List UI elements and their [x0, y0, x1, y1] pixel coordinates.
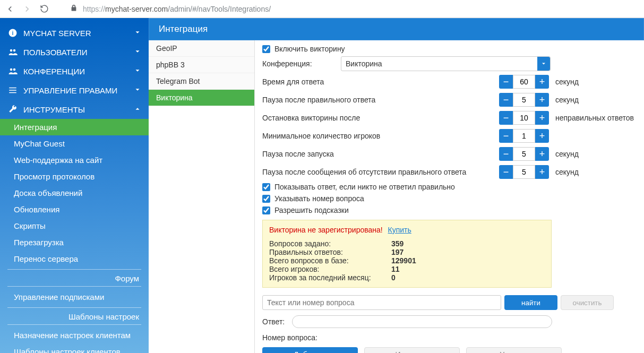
setting-label: Пауза после запуска — [262, 150, 499, 158]
clear-button[interactable]: очистить — [561, 295, 614, 310]
info-box: Викторина не зарегистрирована! Купить Во… — [262, 220, 552, 288]
modify-button[interactable]: Изменить — [364, 347, 460, 353]
sidebar-item[interactable]: Просмотр протоколов — [0, 168, 149, 185]
integration-tab[interactable]: phpBB 3 — [149, 57, 254, 73]
number-control: −+ — [499, 129, 549, 143]
stat-label: Всего вопросов в базе: — [269, 256, 391, 265]
divider — [7, 286, 141, 287]
option-label: Указывать номер вопроса — [274, 194, 364, 203]
number-input[interactable] — [513, 147, 535, 161]
sidebar-section[interactable]: iMYCHAT SERVER — [0, 23, 149, 42]
users-icon — [7, 47, 18, 57]
integration-tab[interactable]: Викторина — [149, 90, 254, 106]
divider — [7, 324, 141, 325]
unit-label: неправильных ответов — [555, 114, 634, 122]
chevron-down-icon — [134, 86, 141, 95]
sidebar-item[interactable]: Перенос сервера — [0, 251, 149, 267]
plus-button[interactable]: + — [535, 75, 549, 89]
sidebar-section[interactable]: УПРАВЛЕНИЕ ПРАВАМИ — [0, 81, 149, 100]
sidebar-item[interactable]: Скрипты — [0, 218, 149, 234]
sidebar-item[interactable]: Доска объявлений — [0, 185, 149, 201]
minus-button[interactable]: − — [499, 147, 513, 161]
sidebar-item[interactable]: MyChat Guest — [0, 135, 149, 152]
minus-button[interactable]: − — [499, 129, 513, 143]
delete-button[interactable]: Удалить — [466, 347, 562, 353]
integration-tabs: GeoIPphpBB 3Telegram BotВикторина — [149, 40, 255, 353]
sidebar-section[interactable]: ПОЛЬЗОВАТЕЛИ — [0, 42, 149, 62]
conference-select[interactable]: Викторина — [341, 56, 551, 71]
chevron-down-icon — [134, 29, 141, 38]
forward-icon[interactable] — [22, 4, 32, 14]
sidebar-section-label: ИНСТРУМЕНТЫ — [23, 105, 85, 114]
integration-tab[interactable]: GeoIP — [149, 40, 254, 57]
templates-header: Шаблоны настроек — [0, 310, 149, 322]
sidebar-section[interactable]: КОНФЕРЕНЦИИ — [0, 62, 149, 81]
minus-button[interactable]: − — [499, 111, 513, 125]
number-input[interactable] — [513, 111, 535, 125]
number-control: −+ — [499, 111, 549, 125]
back-icon[interactable] — [5, 4, 15, 14]
minus-button[interactable]: − — [499, 165, 513, 179]
sidebar-item[interactable]: Обновления — [0, 201, 149, 218]
answer-input[interactable] — [292, 315, 552, 328]
chevron-up-icon — [134, 105, 141, 114]
plus-button[interactable]: + — [535, 129, 549, 143]
plus-button[interactable]: + — [535, 165, 549, 179]
plus-button[interactable]: + — [535, 147, 549, 161]
sidebar-item[interactable]: Web-поддержка на сайт — [0, 152, 149, 168]
sidebar-item[interactable]: Шаблоны настроек клиентов — [0, 343, 149, 353]
plus-button[interactable]: + — [535, 111, 549, 125]
main-panel: Интеграция GeoIPphpBB 3Telegram BotВикто… — [149, 18, 644, 353]
chevron-down-icon[interactable] — [537, 57, 550, 71]
minus-button[interactable]: − — [499, 93, 513, 107]
stat-label: Игроков за последний месяц: — [269, 273, 391, 282]
search-input[interactable] — [262, 295, 501, 310]
number-input[interactable] — [513, 165, 535, 179]
integration-tab[interactable]: Telegram Bot — [149, 73, 254, 90]
number-input[interactable] — [513, 93, 535, 107]
svg-point-5 — [13, 68, 16, 71]
forum-link[interactable]: Форум — [0, 272, 149, 284]
unit-label: секунд — [555, 96, 579, 104]
url-bar[interactable]: https://mychat-server.com/admin/#/navToo… — [70, 4, 271, 13]
wrench-icon — [7, 104, 18, 115]
stat-value: 197 — [391, 248, 403, 256]
sidebar-item-subscriptions[interactable]: Управление подписками — [0, 289, 149, 305]
enable-quiz-label: Включить викторину — [274, 45, 345, 53]
sidebar-item[interactable]: Назначение настроек клиентам — [0, 327, 149, 343]
svg-text:i: i — [12, 30, 14, 36]
sidebar-section-label: ПОЛЬЗОВАТЕЛИ — [23, 48, 88, 57]
stat-value: 359 — [391, 239, 403, 248]
svg-rect-7 — [9, 90, 16, 91]
number-input[interactable] — [513, 75, 535, 89]
sidebar-item[interactable]: Интеграция — [0, 119, 149, 135]
stat-label: Вопросов задано: — [269, 239, 391, 248]
option-label: Разрешить подсказки — [274, 206, 349, 214]
setting-label: Пауза после сообщения об отсутствии прав… — [262, 168, 499, 176]
sidebar-section-label: MYCHAT SERVER — [23, 29, 91, 38]
sidebar-item[interactable]: Перезагрузка — [0, 234, 149, 251]
svg-rect-6 — [9, 88, 16, 89]
sidebar: iMYCHAT SERVERПОЛЬЗОВАТЕЛИКОНФЕРЕНЦИИУПР… — [0, 18, 149, 353]
reload-icon[interactable] — [39, 4, 49, 14]
question-number-label: Номер вопроса: — [262, 333, 637, 342]
option-checkbox[interactable] — [262, 195, 270, 203]
sidebar-section[interactable]: ИНСТРУМЕНТЫ — [0, 100, 149, 119]
number-input[interactable] — [513, 129, 535, 143]
minus-button[interactable]: − — [499, 75, 513, 89]
content: Включить викторину Конференция: Викторин… — [255, 40, 644, 353]
enable-quiz-checkbox[interactable] — [262, 45, 270, 53]
find-button[interactable]: найти — [504, 295, 557, 310]
add-button[interactable]: Добавить — [262, 347, 358, 353]
url-text: https://mychat-server.com/admin/#/navToo… — [83, 5, 271, 13]
plus-button[interactable]: + — [535, 93, 549, 107]
stat-label: Правильных ответов: — [269, 248, 391, 256]
setting-label: Пауза после правильного ответа — [262, 96, 499, 104]
stat-label: Всего игроков: — [269, 265, 391, 273]
option-checkbox[interactable] — [262, 183, 270, 191]
setting-label: Время для ответа — [262, 78, 499, 86]
setting-label: Остановка викторины после — [262, 114, 499, 122]
sidebar-section-label: КОНФЕРЕНЦИИ — [23, 67, 85, 76]
option-checkbox[interactable] — [262, 206, 270, 214]
buy-link[interactable]: Купить — [388, 226, 411, 234]
